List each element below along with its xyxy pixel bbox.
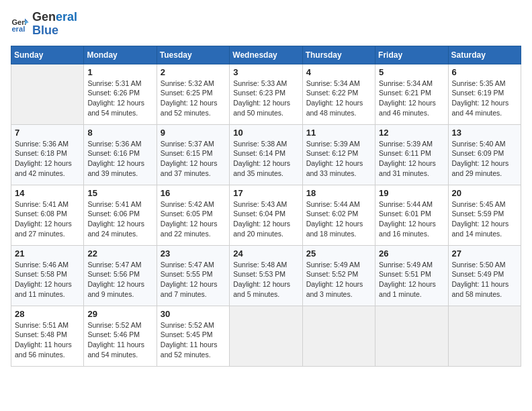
day-info: Sunrise: 5:36 AMSunset: 6:18 PMDaylight:…: [15, 139, 80, 179]
day-info: Sunrise: 5:47 AMSunset: 5:56 PMDaylight:…: [87, 260, 152, 300]
day-number: 4: [306, 67, 371, 77]
calendar-cell: 16Sunrise: 5:42 AMSunset: 6:05 PMDayligh…: [157, 185, 229, 245]
calendar-table: SundayMondayTuesdayWednesdayThursdayFrid…: [11, 46, 521, 367]
calendar-cell: 11Sunrise: 5:39 AMSunset: 6:12 PMDayligh…: [302, 124, 375, 185]
calendar-cell: [448, 306, 521, 366]
calendar-cell: 9Sunrise: 5:37 AMSunset: 6:15 PMDaylight…: [157, 124, 229, 185]
calendar-cell: [375, 306, 448, 366]
calendar-cell: 4Sunrise: 5:34 AMSunset: 6:22 PMDaylight…: [302, 64, 375, 124]
calendar-cell: 14Sunrise: 5:41 AMSunset: 6:08 PMDayligh…: [11, 185, 84, 245]
weekday-header: Wednesday: [230, 46, 302, 64]
day-number: 5: [379, 67, 444, 77]
calendar-cell: 22Sunrise: 5:47 AMSunset: 5:56 PMDayligh…: [84, 245, 157, 306]
day-info: Sunrise: 5:31 AMSunset: 6:26 PMDaylight:…: [87, 79, 152, 118]
day-info: Sunrise: 5:34 AMSunset: 6:21 PMDaylight:…: [379, 79, 444, 118]
calendar-cell: 24Sunrise: 5:48 AMSunset: 5:53 PMDayligh…: [230, 245, 302, 306]
day-number: 8: [87, 128, 152, 138]
day-number: 30: [161, 309, 226, 319]
day-number: 28: [15, 309, 80, 319]
calendar-cell: [302, 306, 375, 366]
calendar-cell: 10Sunrise: 5:38 AMSunset: 6:14 PMDayligh…: [230, 124, 302, 185]
logo-icon: Gen eral: [11, 15, 30, 34]
day-number: 7: [15, 128, 80, 138]
weekday-header: Thursday: [302, 46, 375, 64]
day-number: 16: [161, 188, 226, 198]
day-info: Sunrise: 5:48 AMSunset: 5:53 PMDaylight:…: [233, 260, 298, 300]
day-info: Sunrise: 5:49 AMSunset: 5:51 PMDaylight:…: [379, 260, 444, 300]
calendar-cell: 30Sunrise: 5:52 AMSunset: 5:45 PMDayligh…: [157, 306, 229, 366]
logo-text: General Blue: [32, 11, 77, 38]
calendar-cell: 19Sunrise: 5:44 AMSunset: 6:01 PMDayligh…: [375, 185, 448, 245]
calendar-cell: 7Sunrise: 5:36 AMSunset: 6:18 PMDaylight…: [11, 124, 84, 185]
svg-text:eral: eral: [11, 25, 25, 33]
day-number: 12: [379, 128, 444, 138]
day-info: Sunrise: 5:46 AMSunset: 5:58 PMDaylight:…: [15, 260, 80, 300]
day-info: Sunrise: 5:37 AMSunset: 6:15 PMDaylight:…: [161, 139, 226, 179]
day-number: 15: [87, 188, 152, 198]
calendar-cell: 5Sunrise: 5:34 AMSunset: 6:21 PMDaylight…: [375, 64, 448, 124]
calendar-cell: 8Sunrise: 5:36 AMSunset: 6:16 PMDaylight…: [84, 124, 157, 185]
day-number: 10: [233, 128, 298, 138]
calendar-cell: 6Sunrise: 5:35 AMSunset: 6:19 PMDaylight…: [448, 64, 521, 124]
calendar-week-row: 1Sunrise: 5:31 AMSunset: 6:26 PMDaylight…: [11, 64, 521, 124]
calendar-cell: 18Sunrise: 5:44 AMSunset: 6:02 PMDayligh…: [302, 185, 375, 245]
calendar-cell: [230, 306, 302, 366]
day-number: 26: [379, 248, 444, 259]
day-info: Sunrise: 5:34 AMSunset: 6:22 PMDaylight:…: [306, 79, 371, 118]
day-info: Sunrise: 5:52 AMSunset: 5:46 PMDaylight:…: [87, 320, 152, 360]
day-info: Sunrise: 5:51 AMSunset: 5:48 PMDaylight:…: [15, 320, 80, 360]
day-number: 17: [233, 188, 298, 198]
day-info: Sunrise: 5:42 AMSunset: 6:05 PMDaylight:…: [161, 199, 226, 239]
day-number: 13: [452, 128, 517, 138]
calendar-cell: 1Sunrise: 5:31 AMSunset: 6:26 PMDaylight…: [84, 64, 157, 124]
day-number: 11: [306, 128, 371, 138]
calendar-cell: 29Sunrise: 5:52 AMSunset: 5:46 PMDayligh…: [84, 306, 157, 366]
day-number: 27: [452, 248, 517, 259]
day-info: Sunrise: 5:44 AMSunset: 6:02 PMDaylight:…: [306, 199, 371, 239]
day-info: Sunrise: 5:41 AMSunset: 6:06 PMDaylight:…: [87, 199, 152, 239]
day-number: 2: [161, 67, 226, 77]
day-info: Sunrise: 5:36 AMSunset: 6:16 PMDaylight:…: [87, 139, 152, 179]
calendar-cell: 20Sunrise: 5:45 AMSunset: 5:59 PMDayligh…: [448, 185, 521, 245]
day-info: Sunrise: 5:38 AMSunset: 6:14 PMDaylight:…: [233, 139, 298, 179]
day-info: Sunrise: 5:45 AMSunset: 5:59 PMDaylight:…: [452, 199, 517, 239]
day-number: 14: [15, 188, 80, 198]
calendar-week-row: 7Sunrise: 5:36 AMSunset: 6:18 PMDaylight…: [11, 124, 521, 185]
weekday-header: Saturday: [448, 46, 521, 64]
weekday-header: Monday: [84, 46, 157, 64]
calendar-cell: 28Sunrise: 5:51 AMSunset: 5:48 PMDayligh…: [11, 306, 84, 366]
weekday-header: Tuesday: [157, 46, 229, 64]
calendar-cell: 13Sunrise: 5:40 AMSunset: 6:09 PMDayligh…: [448, 124, 521, 185]
day-info: Sunrise: 5:50 AMSunset: 5:49 PMDaylight:…: [452, 260, 517, 300]
page-header: Gen eral General Blue: [11, 11, 521, 38]
calendar-cell: 17Sunrise: 5:43 AMSunset: 6:04 PMDayligh…: [230, 185, 302, 245]
day-info: Sunrise: 5:32 AMSunset: 6:25 PMDaylight:…: [161, 79, 226, 118]
day-number: 19: [379, 188, 444, 198]
calendar-cell: 26Sunrise: 5:49 AMSunset: 5:51 PMDayligh…: [375, 245, 448, 306]
day-info: Sunrise: 5:39 AMSunset: 6:11 PMDaylight:…: [379, 139, 444, 179]
day-number: 3: [233, 67, 298, 77]
weekday-header: Friday: [375, 46, 448, 64]
calendar-week-row: 28Sunrise: 5:51 AMSunset: 5:48 PMDayligh…: [11, 306, 521, 366]
day-info: Sunrise: 5:49 AMSunset: 5:52 PMDaylight:…: [306, 260, 371, 300]
calendar-cell: 15Sunrise: 5:41 AMSunset: 6:06 PMDayligh…: [84, 185, 157, 245]
day-info: Sunrise: 5:35 AMSunset: 6:19 PMDaylight:…: [452, 79, 517, 118]
day-info: Sunrise: 5:33 AMSunset: 6:23 PMDaylight:…: [233, 79, 298, 118]
day-number: 6: [452, 67, 517, 77]
weekday-header: Sunday: [11, 46, 84, 64]
calendar-cell: 12Sunrise: 5:39 AMSunset: 6:11 PMDayligh…: [375, 124, 448, 185]
calendar-week-row: 14Sunrise: 5:41 AMSunset: 6:08 PMDayligh…: [11, 185, 521, 245]
day-number: 18: [306, 188, 371, 198]
calendar-cell: 21Sunrise: 5:46 AMSunset: 5:58 PMDayligh…: [11, 245, 84, 306]
day-number: 23: [161, 248, 226, 259]
calendar-cell: 25Sunrise: 5:49 AMSunset: 5:52 PMDayligh…: [302, 245, 375, 306]
calendar-cell: 27Sunrise: 5:50 AMSunset: 5:49 PMDayligh…: [448, 245, 521, 306]
day-number: 24: [233, 248, 298, 259]
calendar-cell: [11, 64, 84, 124]
day-info: Sunrise: 5:47 AMSunset: 5:55 PMDaylight:…: [161, 260, 226, 300]
day-number: 29: [87, 309, 152, 319]
day-number: 9: [161, 128, 226, 138]
day-number: 20: [452, 188, 517, 198]
day-info: Sunrise: 5:44 AMSunset: 6:01 PMDaylight:…: [379, 199, 444, 239]
calendar-cell: 3Sunrise: 5:33 AMSunset: 6:23 PMDaylight…: [230, 64, 302, 124]
